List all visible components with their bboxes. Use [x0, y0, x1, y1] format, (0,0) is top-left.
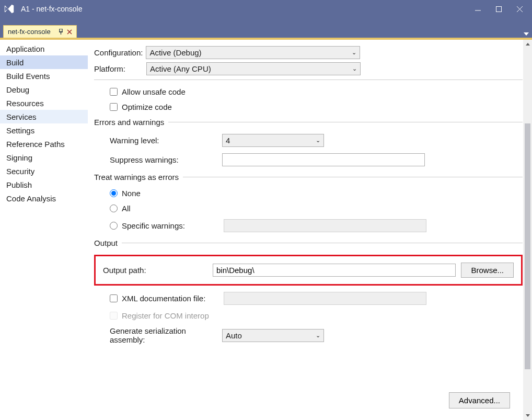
platform-value: Active (Any CPU): [150, 64, 211, 73]
output-heading: Output: [94, 239, 118, 247]
nav-security[interactable]: Security: [0, 164, 88, 178]
window-title: A1 - net-fx-console: [21, 5, 83, 13]
treat-all-label: All: [122, 204, 131, 213]
nav-services[interactable]: Services: [0, 110, 88, 123]
errors-warnings-heading: Errors and warnings: [94, 118, 164, 127]
xml-doc-input: [224, 292, 426, 305]
chevron-down-icon: ⌄: [352, 65, 357, 72]
output-path-highlight: Output path: Browse...: [94, 255, 523, 286]
output-path-input[interactable]: [213, 264, 456, 277]
warning-level-label: Warning level:: [110, 136, 222, 145]
gen-serial-dropdown[interactable]: Auto ⌄: [222, 329, 324, 342]
close-tab-icon[interactable]: [67, 29, 72, 35]
project-properties-nav: Application Build Build Events Debug Res…: [0, 40, 88, 420]
nav-signing[interactable]: Signing: [0, 151, 88, 164]
output-path-label: Output path:: [103, 266, 213, 275]
treat-warnings-heading: Treat warnings as errors: [94, 173, 179, 181]
treat-all-radio[interactable]: [110, 205, 118, 212]
treat-none-label: None: [122, 189, 141, 198]
svg-rect-1: [496, 6, 501, 12]
divider: [94, 80, 523, 80]
divider: [122, 243, 523, 243]
vertical-scrollbar[interactable]: [523, 40, 532, 420]
optimize-code-checkbox[interactable]: [110, 103, 118, 111]
tab-net-fx-console[interactable]: net-fx-console: [3, 25, 77, 38]
treat-none-radio[interactable]: [110, 189, 118, 197]
optimize-code-label: Optimize code: [122, 103, 172, 111]
nav-build-events[interactable]: Build Events: [0, 69, 88, 83]
divider: [183, 177, 523, 177]
svg-rect-5: [60, 29, 62, 32]
browse-button[interactable]: Browse...: [461, 263, 514, 278]
minimize-button[interactable]: [467, 1, 488, 17]
allow-unsafe-checkbox[interactable]: [110, 88, 118, 96]
gen-serial-label: Generate serialization assembly:: [110, 326, 222, 344]
nav-build[interactable]: Build: [0, 55, 88, 69]
xml-doc-label: XML documentation file:: [122, 294, 224, 303]
allow-unsafe-label: Allow unsafe code: [122, 87, 186, 96]
suppress-warnings-label: Suppress warnings:: [110, 155, 222, 164]
chevron-down-icon: ⌄: [316, 137, 320, 144]
xml-doc-checkbox[interactable]: [110, 294, 118, 302]
warning-level-dropdown[interactable]: 4 ⌄: [222, 134, 324, 147]
gen-serial-value: Auto: [226, 331, 242, 340]
scroll-thumb[interactable]: [525, 123, 530, 369]
nav-code-analysis[interactable]: Code Analysis: [0, 191, 88, 205]
platform-label: Platform:: [94, 64, 125, 73]
nav-application[interactable]: Application: [0, 42, 88, 55]
chevron-down-icon: ⌄: [316, 332, 320, 339]
platform-dropdown[interactable]: Active (Any CPU) ⌄: [146, 62, 361, 75]
configuration-dropdown[interactable]: Active (Debug) ⌄: [146, 46, 360, 59]
nav-reference-paths[interactable]: Reference Paths: [0, 137, 88, 151]
active-files-dropdown-icon[interactable]: [524, 28, 529, 38]
register-com-label: Register for COM interop: [122, 311, 209, 320]
title-bar: A1 - net-fx-console: [0, 0, 532, 18]
close-button[interactable]: [509, 1, 530, 17]
nav-debug[interactable]: Debug: [0, 83, 88, 96]
register-com-checkbox: [110, 312, 118, 320]
warning-level-value: 4: [226, 136, 230, 145]
suppress-warnings-input[interactable]: [222, 153, 425, 166]
nav-publish[interactable]: Publish: [0, 178, 88, 191]
scroll-up-icon[interactable]: [523, 40, 532, 49]
maximize-button[interactable]: [488, 1, 509, 17]
advanced-button[interactable]: Advanced...: [449, 392, 510, 408]
chevron-down-icon: ⌄: [352, 49, 356, 56]
pin-icon[interactable]: [58, 29, 64, 35]
scroll-down-icon[interactable]: [523, 411, 532, 420]
document-tab-bar: net-fx-console: [0, 25, 532, 40]
treat-specific-radio[interactable]: [110, 222, 118, 230]
nav-settings[interactable]: Settings: [0, 123, 88, 137]
nav-resources[interactable]: Resources: [0, 96, 88, 110]
configuration-label: Configuration:: [94, 48, 143, 57]
build-settings-panel: Configuration: Active (Debug) ⌄ Platform…: [88, 40, 532, 420]
configuration-value: Active (Debug): [149, 48, 201, 57]
tab-label: net-fx-console: [8, 28, 51, 36]
divider: [168, 122, 523, 122]
header-strip: [0, 18, 532, 25]
treat-specific-input: [224, 219, 426, 232]
treat-specific-label: Specific warnings:: [122, 221, 224, 230]
visual-studio-icon: [2, 2, 17, 16]
